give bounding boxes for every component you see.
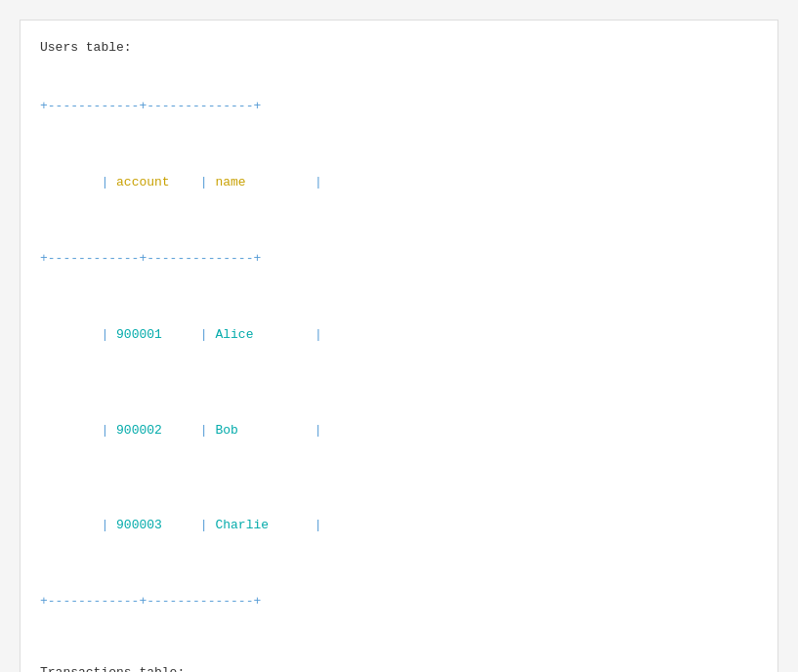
users-row-3: | 900003 | Charlie | bbox=[40, 497, 758, 555]
users-border-bot: +------------+--------------+ bbox=[40, 592, 758, 611]
users-table-block: +------------+--------------+ | account … bbox=[40, 59, 758, 650]
users-row-2: | 900002 | Bob | bbox=[40, 401, 758, 459]
users-row-1: | 900001 | Alice | bbox=[40, 307, 758, 364]
users-border-top: +------------+--------------+ bbox=[40, 97, 758, 116]
users-table-section: Users table: +------------+-------------… bbox=[40, 40, 758, 650]
transactions-table-section: Transactions table: +------------+------… bbox=[40, 665, 758, 673]
users-header: | account | name | bbox=[40, 154, 758, 212]
content-area: Users table: +------------+-------------… bbox=[20, 20, 778, 672]
users-border-mid: +------------+--------------+ bbox=[40, 249, 758, 269]
users-table-title: Users table: bbox=[40, 40, 758, 55]
transactions-table-title: Transactions table: bbox=[40, 665, 758, 673]
